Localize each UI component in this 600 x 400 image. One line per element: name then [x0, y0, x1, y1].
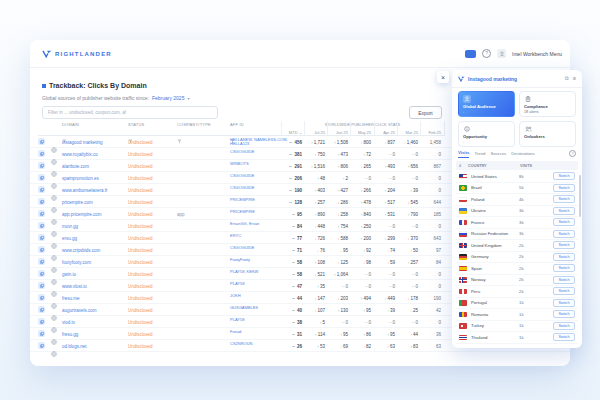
- domain-badge-icon[interactable]: [38, 270, 45, 277]
- domain-link[interactable]: instagood marketing: [62, 140, 103, 145]
- domain-badge-icon[interactable]: [38, 342, 45, 349]
- drawer-title[interactable]: Instagood marketing: [468, 76, 517, 82]
- switch-button[interactable]: Switch: [553, 264, 575, 272]
- switch-button[interactable]: Switch: [553, 207, 575, 215]
- header-column-divider: [304, 121, 305, 135]
- tab-sources[interactable]: Sources: [490, 151, 506, 158]
- switch-button[interactable]: Switch: [553, 230, 575, 238]
- drawer-card-opportunity[interactable]: Opportunity-: [458, 121, 515, 147]
- domain-link[interactable]: gwin.io: [62, 272, 76, 277]
- domain-link[interactable]: www.cripsbids.com: [62, 248, 100, 253]
- domain-link[interactable]: od.blogs.net: [62, 344, 87, 349]
- domain-link[interactable]: ersu.gg: [62, 236, 77, 241]
- domain-link[interactable]: app.pricempire.com: [62, 212, 102, 217]
- domain-badge-icon[interactable]: [38, 174, 45, 181]
- switch-button[interactable]: Switch: [553, 310, 575, 318]
- stat-cell: ↑478: [345, 200, 371, 205]
- country-row: Thailand1kSwitch: [456, 332, 578, 344]
- drawer-tabs: VisitsTrendSourcesDestinations?: [458, 150, 576, 158]
- drawer-card-global-audience[interactable]: Global Audience-: [458, 91, 515, 117]
- domain-badge-icon[interactable]: [38, 246, 45, 253]
- country-row: Spain2kSwitch: [456, 263, 578, 275]
- stat-header-mtd-sort[interactable]: MTD ⌄: [280, 130, 302, 135]
- domain-link[interactable]: movr.gg: [62, 224, 78, 229]
- index-header: #: [459, 164, 468, 168]
- domain-badge-icon[interactable]: [38, 330, 45, 337]
- switch-button[interactable]: Switch: [553, 253, 575, 261]
- menu-icon[interactable]: ≡: [573, 75, 576, 82]
- switch-button[interactable]: Switch: [553, 276, 575, 284]
- domain-link[interactable]: augurtravels.com: [62, 308, 97, 313]
- domain-link[interactable]: viod.tv: [62, 320, 75, 325]
- domain-badge-icon[interactable]: [38, 138, 45, 145]
- status-label: Undisclosed: [128, 236, 153, 241]
- switch-button[interactable]: Switch: [553, 172, 575, 180]
- domain-link[interactable]: www.ambonselavera.fr: [62, 188, 108, 193]
- people-icon: [524, 125, 532, 133]
- stat-cell: 0: [415, 188, 441, 193]
- drawer-card-onlookers[interactable]: Onlookers: [519, 121, 576, 147]
- domain-link[interactable]: alanbote.com: [62, 164, 89, 169]
- domain-link[interactable]: www.vlost.io: [62, 284, 87, 289]
- country-visits: 2k: [519, 254, 533, 259]
- status-label: Undisclosed: [128, 152, 153, 157]
- domain-badge-icon[interactable]: [38, 150, 45, 157]
- stat-cell: ↑200: [345, 236, 371, 241]
- country-name: Turkey: [471, 323, 519, 328]
- tab-visits[interactable]: Visits: [458, 150, 469, 158]
- domain-link[interactable]: fresu.me: [62, 296, 80, 301]
- stat-cell: –0: [345, 272, 371, 277]
- stat-cell: ↑95: [345, 308, 371, 313]
- domain-link[interactable]: fresu.gg: [62, 332, 78, 337]
- open-external-icon[interactable]: ⧉: [565, 75, 569, 82]
- country-name: Romania: [471, 312, 519, 317]
- country-name: Portugal: [471, 300, 519, 305]
- country-row: France3kSwitch: [456, 217, 578, 229]
- drawer-scrollbar[interactable]: [579, 175, 581, 217]
- switch-button[interactable]: Switch: [553, 218, 575, 226]
- domain-badge-icon[interactable]: [38, 306, 45, 313]
- switch-button[interactable]: Switch: [553, 333, 575, 341]
- domain-badge-icon[interactable]: [38, 210, 45, 217]
- stat-cell: 63: [415, 344, 441, 349]
- status-label: Undisclosed: [128, 296, 153, 301]
- stat-cell: –0: [345, 176, 371, 181]
- switch-button[interactable]: Switch: [553, 299, 575, 307]
- stat-cell: 190: [415, 296, 441, 301]
- tab-trend[interactable]: Trend: [474, 151, 485, 158]
- switch-button[interactable]: Switch: [553, 241, 575, 249]
- tab-destinations[interactable]: Destinations: [511, 151, 535, 158]
- switch-button[interactable]: Switch: [553, 184, 575, 192]
- domain-badge-icon[interactable]: [38, 186, 45, 193]
- switch-button[interactable]: Switch: [553, 322, 575, 330]
- status-label: Undisclosed: [128, 332, 153, 337]
- target-icon: [463, 125, 471, 133]
- domain-badge-icon[interactable]: [38, 318, 45, 325]
- country-name: Russian Federation: [471, 231, 519, 236]
- domain-link[interactable]: www.royaltybix.co: [62, 152, 98, 157]
- domain-link[interactable]: spainpromotion.es: [62, 176, 99, 181]
- country-visits: 8k: [519, 174, 533, 179]
- column-header: DOMAIN: [62, 122, 79, 127]
- domain-badge-icon[interactable]: [38, 234, 45, 241]
- domain-badge-icon[interactable]: [38, 282, 45, 289]
- drawer-actions: ⧉ ≡: [565, 75, 576, 82]
- flag-fr-icon: [459, 220, 467, 226]
- drawer-card-compliance[interactable]: Compliance18 alerts: [519, 91, 576, 117]
- stat-cell: ↓800: [345, 140, 371, 145]
- domain-link[interactable]: footyfooty.com: [62, 260, 91, 265]
- switch-button[interactable]: Switch: [553, 195, 575, 203]
- domain-badge-icon[interactable]: [38, 294, 45, 301]
- country-row: Portugal1kSwitch: [456, 298, 578, 310]
- domain-badge-icon[interactable]: [38, 198, 45, 205]
- tabs-help-icon[interactable]: ?: [569, 150, 576, 157]
- stat-cell: 0: [415, 272, 441, 277]
- domain-badge-icon[interactable]: [38, 162, 45, 169]
- status-label: Undisclosed: [128, 272, 153, 277]
- switch-button[interactable]: Switch: [553, 287, 575, 295]
- status-label: Undisclosed: [128, 212, 153, 217]
- drawer-close-button[interactable]: ×: [437, 71, 449, 83]
- domain-link[interactable]: pricempire.com: [62, 200, 93, 205]
- domain-badge-icon[interactable]: [38, 222, 45, 229]
- domain-badge-icon[interactable]: [38, 258, 45, 265]
